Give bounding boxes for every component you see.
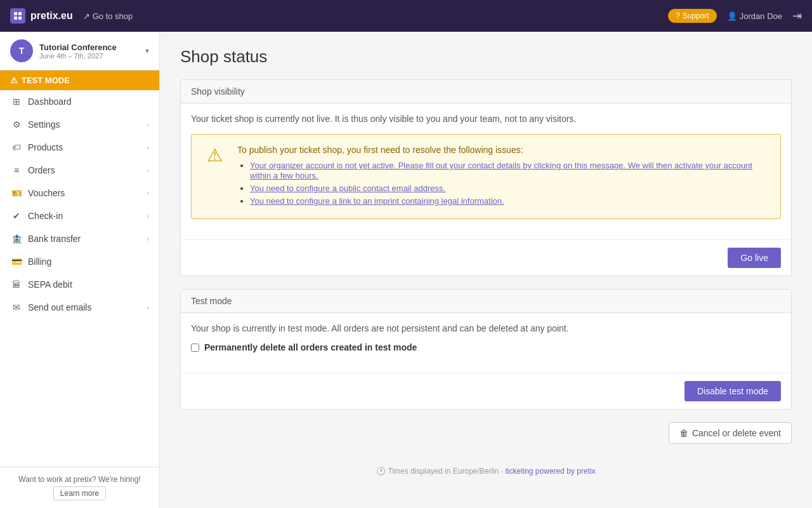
disable-test-mode-button[interactable]: Disable test mode [684, 381, 781, 401]
shop-visibility-footer: Go live [181, 239, 791, 276]
issue-link-2[interactable]: You need to configure a public contact e… [250, 184, 445, 193]
shop-visibility-header: Shop visibility [181, 80, 791, 104]
test-mode-card: Test mode Your shop is currently in test… [180, 289, 792, 410]
bottom-actions: 🗑 Cancel or delete event [180, 422, 792, 444]
trash-icon: 🗑 [679, 428, 688, 438]
support-label: Support [683, 11, 709, 20]
user-menu[interactable]: 👤 Jordan Doe [727, 11, 782, 21]
chevron-right-icon: › [147, 121, 149, 128]
sidebar-item-label: Bank transfer [28, 234, 141, 244]
warning-box: ⚠ To publish your ticket shop, you first… [191, 134, 781, 219]
cancel-delete-label: Cancel or delete event [692, 428, 781, 438]
delete-orders-row: Permanently delete all orders created in… [191, 342, 781, 352]
test-mode-label: TEST MODE [22, 76, 70, 85]
checkin-icon: ✔ [10, 211, 23, 221]
orders-icon: ≡ [10, 165, 23, 175]
sidebar-item-label: Orders [28, 165, 141, 175]
list-item: You need to configure a link to an impri… [250, 196, 770, 206]
sidebar-item-bank-transfer[interactable]: 🏦 Bank transfer › [0, 227, 159, 250]
svg-rect-1 [18, 12, 22, 15]
dashboard-icon: ⊞ [10, 97, 23, 107]
sidebar-item-settings[interactable]: ⚙ Settings › [0, 113, 159, 136]
powered-by-link[interactable]: ticketing powered by pretix [506, 467, 596, 476]
shop-visibility-description: Your ticket shop is currently not live. … [191, 114, 781, 124]
sidebar-item-sepa-debit[interactable]: 🏛 SEPA debit [0, 273, 159, 296]
bank-transfer-icon: 🏦 [10, 234, 23, 244]
list-item: You need to configure a public contact e… [250, 183, 770, 193]
sidebar-item-label: SEPA debit [28, 279, 149, 290]
sidebar-item-products[interactable]: 🏷 Products › [0, 136, 159, 159]
chevron-down-icon: ▾ [145, 46, 149, 55]
page-title: Shop status [180, 47, 792, 67]
vouchers-icon: 🎫 [10, 188, 23, 198]
go-to-shop-label: Go to shop [93, 11, 133, 21]
user-name: Jordan Doe [740, 11, 782, 21]
go-live-button[interactable]: Go live [728, 248, 781, 268]
event-name: Tutorial Conference [39, 43, 139, 52]
chevron-right-icon: › [147, 189, 149, 197]
svg-rect-0 [14, 12, 17, 15]
warning-content: To publish your ticket shop, you first n… [237, 145, 770, 208]
event-info: Tutorial Conference June 4th – 7th, 2027 [39, 43, 139, 60]
event-avatar: T [10, 39, 33, 62]
sidebar-item-orders[interactable]: ≡ Orders › [0, 159, 159, 182]
cancel-delete-event-button[interactable]: 🗑 Cancel or delete event [669, 422, 792, 444]
sidebar-item-send-emails[interactable]: ✉ Send out emails › [0, 296, 159, 319]
chevron-right-icon: › [147, 304, 149, 311]
top-nav: pretix.eu ↗ Go to shop ? Support 👤 Jorda… [0, 0, 812, 32]
email-icon: ✉ [10, 302, 23, 312]
shop-visibility-body: Your ticket shop is currently not live. … [181, 104, 791, 239]
svg-rect-2 [14, 17, 17, 20]
sidebar-item-dashboard[interactable]: ⊞ Dashboard [0, 90, 159, 113]
issue-link-1[interactable]: Your organizer account is not yet active… [250, 161, 752, 180]
user-icon: 👤 [727, 11, 737, 21]
sidebar-item-label: Vouchers [28, 188, 141, 198]
sidebar-footer: Want to work at pretix? We're hiring! Le… [0, 467, 159, 508]
sepa-icon: 🏛 [10, 279, 23, 290]
list-item: Your organizer account is not yet active… [250, 160, 770, 180]
support-button[interactable]: ? Support [668, 9, 717, 23]
shop-visibility-card: Shop visibility Your ticket shop is curr… [180, 79, 792, 276]
svg-rect-3 [18, 17, 22, 20]
chevron-right-icon: › [147, 235, 149, 243]
test-mode-header: Test mode [181, 290, 791, 313]
page-footer: 🕐 Times displayed in Europe/Berlin · tic… [180, 457, 792, 481]
sidebar-item-checkin[interactable]: ✔ Check-in › [0, 204, 159, 227]
sidebar-item-label: Settings [28, 119, 141, 130]
warning-issues-list: Your organizer account is not yet active… [237, 160, 770, 206]
learn-more-button[interactable]: Learn more [53, 486, 106, 500]
sidebar-item-label: Check-in [28, 211, 141, 221]
event-header[interactable]: T Tutorial Conference June 4th – 7th, 20… [0, 32, 159, 70]
warning-icon: ⚠ [10, 76, 18, 85]
question-icon: ? [676, 11, 680, 20]
chevron-right-icon: › [147, 166, 149, 174]
warning-title: To publish your ticket shop, you first n… [237, 145, 770, 155]
brand-icon [10, 8, 25, 23]
logout-button[interactable]: ⇥ [792, 9, 802, 23]
sidebar-item-billing[interactable]: 💳 Billing [0, 250, 159, 273]
sidebar-item-label: Billing [28, 257, 149, 267]
go-to-shop-link[interactable]: ↗ Go to shop [83, 11, 133, 21]
sidebar-item-label: Products [28, 142, 141, 152]
brand-link[interactable]: pretix.eu [10, 8, 73, 23]
delete-orders-label[interactable]: Permanently delete all orders created in… [204, 342, 417, 352]
products-icon: 🏷 [10, 142, 23, 152]
timezone-text: Times displayed in Europe/Berlin [388, 467, 499, 476]
test-mode-banner: ⚠ TEST MODE [0, 70, 159, 90]
external-link-icon: ↗ [83, 11, 90, 21]
warning-triangle-icon: ⚠ [202, 145, 227, 208]
test-mode-footer: Disable test mode [181, 373, 791, 409]
main-content: Shop status Shop visibility Your ticket … [160, 32, 812, 508]
delete-orders-checkbox[interactable] [191, 344, 199, 352]
event-date: June 4th – 7th, 2027 [39, 52, 139, 60]
sidebar: T Tutorial Conference June 4th – 7th, 20… [0, 32, 160, 508]
chevron-right-icon: › [147, 212, 149, 220]
sidebar-item-vouchers[interactable]: 🎫 Vouchers › [0, 182, 159, 204]
settings-icon: ⚙ [10, 119, 23, 130]
issue-link-3[interactable]: You need to configure a link to an impri… [250, 196, 504, 206]
chevron-right-icon: › [147, 144, 149, 151]
layout: T Tutorial Conference June 4th – 7th, 20… [0, 32, 812, 508]
hiring-text: Want to work at pretix? We're hiring! [10, 475, 149, 484]
test-mode-body: Your shop is currently in test mode. All… [181, 313, 791, 373]
brand-name: pretix.eu [30, 10, 73, 22]
